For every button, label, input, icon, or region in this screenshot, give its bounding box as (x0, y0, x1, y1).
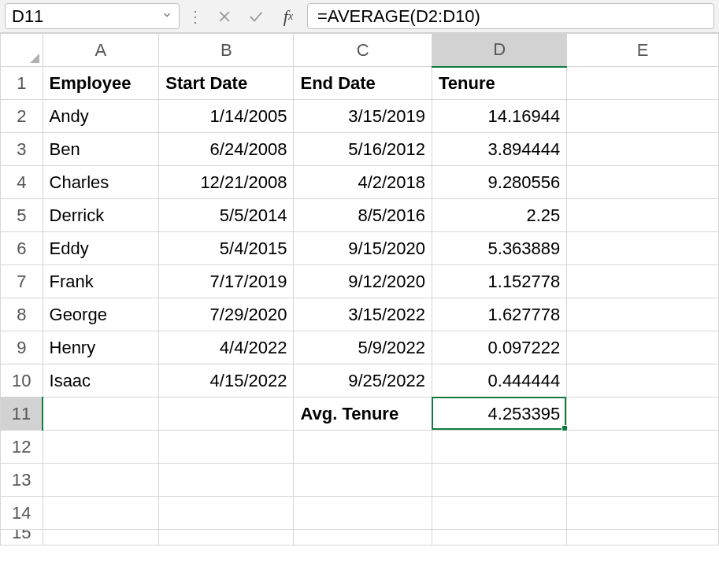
cell-D1[interactable]: Tenure (432, 67, 567, 100)
cell-E3[interactable] (567, 133, 719, 166)
cell-C8[interactable]: 3/15/2022 (294, 298, 432, 331)
formula-input[interactable]: =AVERAGE(D2:D10) (307, 3, 714, 29)
chevron-down-icon[interactable] (161, 8, 172, 24)
row-header-13[interactable]: 13 (1, 464, 43, 497)
row-header-1[interactable]: 1 (1, 67, 43, 100)
cell-B13[interactable] (159, 464, 294, 497)
cell-C9[interactable]: 5/9/2022 (294, 331, 432, 364)
row-header-5[interactable]: 5 (1, 199, 43, 232)
row-header-14[interactable]: 14 (1, 497, 43, 530)
cell-D15[interactable] (432, 530, 567, 545)
row-header-4[interactable]: 4 (1, 166, 43, 199)
cell-A15[interactable] (43, 530, 159, 545)
cell-B11[interactable] (159, 398, 294, 431)
cell-D3[interactable]: 3.894444 (432, 133, 567, 166)
cell-A4[interactable]: Charles (43, 166, 159, 199)
cell-B14[interactable] (159, 497, 294, 530)
cell-C7[interactable]: 9/12/2020 (294, 265, 432, 298)
cell-C13[interactable] (294, 464, 432, 497)
cell-C3[interactable]: 5/16/2012 (294, 133, 432, 166)
select-all-corner[interactable] (1, 34, 43, 67)
cell-A7[interactable]: Frank (43, 265, 159, 298)
row-header-11[interactable]: 11 (1, 398, 43, 431)
cell-B15[interactable] (159, 530, 294, 545)
cell-D4[interactable]: 9.280556 (432, 166, 567, 199)
confirm-formula-button[interactable] (243, 3, 269, 29)
cell-D10[interactable]: 0.444444 (432, 364, 567, 398)
cell-E14[interactable] (567, 497, 719, 530)
cell-D8[interactable]: 1.627778 (432, 298, 567, 331)
cell-E15[interactable] (567, 530, 719, 545)
cell-B1[interactable]: Start Date (159, 67, 294, 100)
cell-E1[interactable] (567, 67, 719, 100)
cell-C11[interactable]: Avg. Tenure (294, 398, 432, 431)
cell-C10[interactable]: 9/25/2022 (294, 364, 432, 398)
spreadsheet-grid[interactable]: A B C D E 1 Employee Start Date End Date… (0, 33, 719, 545)
cell-C6[interactable]: 9/15/2020 (294, 232, 432, 265)
col-header-B[interactable]: B (159, 34, 294, 67)
row-header-2[interactable]: 2 (1, 100, 43, 133)
cell-E13[interactable] (567, 464, 719, 497)
col-header-D[interactable]: D (432, 34, 567, 67)
cell-D11[interactable]: 4.253395 (432, 398, 567, 431)
row-header-6[interactable]: 6 (1, 232, 43, 265)
cell-D14[interactable] (432, 497, 567, 530)
cell-B3[interactable]: 6/24/2008 (159, 133, 294, 166)
cell-E11[interactable] (567, 398, 719, 431)
row-header-7[interactable]: 7 (1, 265, 43, 298)
row-header-15[interactable]: 15 (1, 530, 43, 545)
cell-B4[interactable]: 12/21/2008 (159, 166, 294, 199)
cell-D13[interactable] (432, 464, 567, 497)
cell-E7[interactable] (567, 265, 719, 298)
cell-A12[interactable] (43, 431, 159, 464)
cell-A5[interactable]: Derrick (43, 199, 159, 232)
cell-B2[interactable]: 1/14/2005 (159, 100, 294, 133)
cell-B7[interactable]: 7/17/2019 (159, 265, 294, 298)
cell-D6[interactable]: 5.363889 (432, 232, 567, 265)
name-box[interactable]: D11 (5, 3, 180, 29)
row-header-10[interactable]: 10 (1, 364, 43, 398)
cell-E6[interactable] (567, 232, 719, 265)
cell-A13[interactable] (43, 464, 159, 497)
cell-C14[interactable] (294, 497, 432, 530)
col-header-A[interactable]: A (43, 34, 159, 67)
cell-A1[interactable]: Employee (43, 67, 159, 100)
cell-B9[interactable]: 4/4/2022 (159, 331, 294, 364)
cell-A8[interactable]: George (43, 298, 159, 331)
cancel-formula-button[interactable] (211, 3, 238, 29)
cell-A14[interactable] (43, 497, 159, 530)
cell-A11[interactable] (43, 398, 159, 431)
cell-B12[interactable] (159, 431, 294, 464)
cell-C12[interactable] (294, 431, 432, 464)
cell-E12[interactable] (567, 431, 719, 464)
cell-E10[interactable] (567, 364, 719, 398)
cell-C5[interactable]: 8/5/2016 (294, 199, 432, 232)
cell-B6[interactable]: 5/4/2015 (159, 232, 294, 265)
cell-A6[interactable]: Eddy (43, 232, 159, 265)
cell-C2[interactable]: 3/15/2019 (294, 100, 432, 133)
cell-B5[interactable]: 5/5/2014 (159, 199, 294, 232)
cell-D5[interactable]: 2.25 (432, 199, 567, 232)
col-header-C[interactable]: C (294, 34, 432, 67)
cell-E8[interactable] (567, 298, 719, 331)
col-header-E[interactable]: E (567, 34, 719, 67)
cell-E9[interactable] (567, 331, 719, 364)
cell-A3[interactable]: Ben (43, 133, 159, 166)
cell-D12[interactable] (432, 431, 567, 464)
cell-A2[interactable]: Andy (43, 100, 159, 133)
row-header-12[interactable]: 12 (1, 431, 43, 464)
cell-B8[interactable]: 7/29/2020 (159, 298, 294, 331)
row-header-9[interactable]: 9 (1, 331, 43, 364)
row-header-3[interactable]: 3 (1, 133, 43, 166)
cell-C4[interactable]: 4/2/2018 (294, 166, 432, 199)
cell-E5[interactable] (567, 199, 719, 232)
cell-E4[interactable] (567, 166, 719, 199)
cell-A10[interactable]: Isaac (43, 364, 159, 398)
cell-D7[interactable]: 1.152778 (432, 265, 567, 298)
cell-C1[interactable]: End Date (294, 67, 432, 100)
cell-D9[interactable]: 0.097222 (432, 331, 567, 364)
cell-E2[interactable] (567, 100, 719, 133)
row-header-8[interactable]: 8 (1, 298, 43, 331)
cell-B10[interactable]: 4/15/2022 (159, 364, 294, 398)
insert-function-button[interactable]: fx (274, 3, 302, 29)
